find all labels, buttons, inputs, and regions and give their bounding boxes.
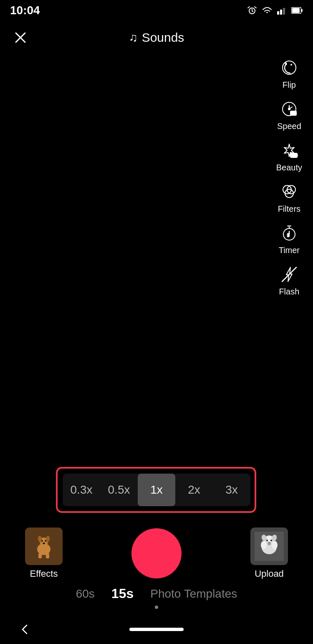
svg-point-37 [272, 541, 278, 549]
flip-label: Flip [283, 80, 296, 90]
svg-point-30 [41, 540, 43, 542]
svg-text:OFF: OFF [291, 154, 298, 158]
timer-tool[interactable]: 3 Timer [276, 220, 303, 258]
flip-icon [278, 57, 300, 79]
wifi-icon [261, 6, 273, 15]
flash-label: Flash [279, 287, 299, 297]
svg-point-36 [261, 541, 267, 549]
record-button[interactable] [131, 528, 182, 578]
svg-text:ON: ON [291, 112, 296, 116]
timer-icon: 3 [278, 222, 300, 244]
speed-label: Speed [277, 122, 301, 131]
svg-point-32 [43, 543, 45, 544]
svg-point-12 [288, 108, 290, 110]
flash-icon [278, 264, 300, 285]
speed-tool[interactable]: ON Speed [275, 96, 304, 134]
controls-row: Effects [0, 527, 313, 579]
dot-indicator [0, 606, 313, 609]
effects-control[interactable]: Effects [25, 527, 63, 579]
beauty-label: Beauty [276, 163, 302, 172]
svg-rect-29 [46, 553, 49, 558]
speed-option-0.5x[interactable]: 0.5x [100, 474, 138, 506]
flash-tool[interactable]: Flash [276, 261, 303, 299]
tab-60s[interactable]: 60s [76, 587, 95, 601]
upload-label: Upload [255, 568, 284, 579]
svg-text:3: 3 [287, 233, 290, 238]
sounds-title: Sounds [142, 30, 184, 45]
indicator-dot [155, 606, 158, 609]
svg-point-31 [45, 540, 46, 542]
svg-rect-5 [292, 8, 300, 13]
nav-bar [0, 615, 313, 644]
tab-photo-templates[interactable]: Photo Templates [150, 587, 237, 601]
upload-control[interactable]: Upload [250, 527, 288, 579]
filters-label: Filters [278, 204, 300, 214]
music-icon: ♫ [129, 31, 138, 44]
svg-point-38 [266, 536, 273, 543]
status-icons [247, 5, 303, 15]
svg-point-41 [266, 540, 268, 541]
svg-point-10 [290, 64, 292, 66]
home-indicator [129, 628, 184, 631]
back-button[interactable] [17, 621, 33, 638]
svg-rect-3 [283, 8, 285, 15]
tab-15s[interactable]: 15s [111, 586, 134, 601]
speed-wrapper: 0.3x 0.5x 1x 2x 3x [63, 474, 250, 506]
upload-thumbnail [250, 527, 288, 565]
speed-option-0.3x[interactable]: 0.3x [63, 474, 100, 506]
effects-thumbnail [25, 527, 63, 565]
svg-rect-6 [301, 9, 303, 12]
close-button[interactable] [10, 27, 31, 48]
duration-tabs: 60s 15s Photo Templates [0, 586, 313, 601]
speed-options: 0.3x 0.5x 1x 2x 3x [63, 474, 250, 506]
speed-selector: 0.3x 0.5x 1x 2x 3x [0, 474, 313, 506]
svg-rect-28 [38, 553, 42, 558]
filters-icon [278, 181, 300, 203]
svg-rect-1 [277, 11, 279, 15]
right-toolbar: Flip ON Speed OFF [274, 54, 305, 299]
speed-icon: ON [278, 98, 300, 120]
speed-option-3x[interactable]: 3x [213, 474, 250, 506]
status-time: 10:04 [10, 4, 40, 17]
speed-option-2x[interactable]: 2x [175, 474, 213, 506]
beauty-icon: OFF [278, 139, 300, 161]
svg-rect-2 [280, 10, 282, 15]
svg-point-43 [268, 542, 271, 544]
filters-tool[interactable]: Filters [275, 178, 303, 216]
effects-label: Effects [30, 568, 58, 579]
beauty-tool[interactable]: OFF Beauty [274, 137, 305, 175]
signal-icon [277, 6, 287, 15]
sounds-header: ♫ Sounds [129, 30, 184, 45]
speed-option-1x[interactable]: 1x [138, 474, 175, 506]
alarm-icon [247, 5, 257, 15]
status-bar: 10:04 [0, 0, 313, 21]
timer-label: Timer [279, 246, 300, 255]
top-bar: ♫ Sounds [0, 21, 313, 54]
record-button-inner [138, 535, 175, 572]
battery-icon [291, 7, 303, 14]
bottom-area: Effects [0, 527, 313, 644]
flip-tool[interactable]: Flip [276, 54, 303, 92]
svg-point-42 [270, 540, 272, 541]
